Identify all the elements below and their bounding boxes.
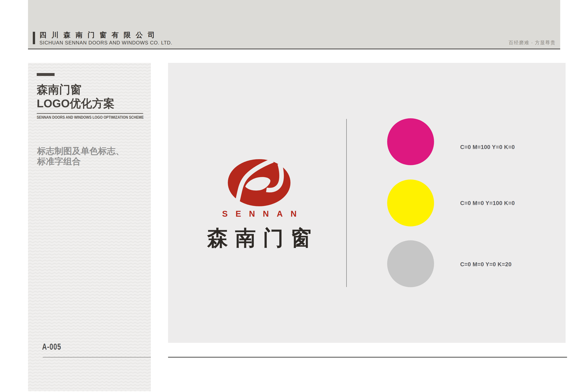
sennan-logo-mark (228, 159, 290, 206)
title-dash (37, 73, 54, 76)
page-code: A-005 (42, 342, 61, 352)
section-heading-line2: 标准字组合 (37, 156, 124, 167)
company-slogan: 百经磨难 · 方显尊贵 (509, 40, 556, 46)
swatch-yellow-label: C=0 M=0 Y=100 K=0 (460, 200, 515, 206)
page-subtitle: SENNAN DOORS AND WINDOWS LOGO OPTIMIZATI… (37, 115, 144, 120)
swatch-gray (387, 240, 434, 287)
title-underline (37, 113, 143, 114)
company-name-en: SICHUAN SENNAN DOORS AND WINDOWS CO. LTD… (39, 40, 172, 46)
bottom-rule (168, 357, 567, 358)
logo-wordmark-en: SENNAN (205, 209, 313, 218)
header-band: 四川森南门窗有限公司 SICHUAN SENNAN DOORS AND WIND… (28, 0, 560, 50)
company-name-cn: 四川森南门窗有限公司 (39, 30, 160, 40)
section-heading-line1: 标志制图及单色标志、 (37, 146, 124, 156)
logo-wordmark-cn: 森南门窗 (199, 224, 320, 252)
header-accent-bar (33, 32, 35, 44)
swatch-yellow (387, 180, 434, 226)
page-title-line1: 森南门窗 (37, 82, 114, 96)
vi-manual-page: 四川森南门窗有限公司 SICHUAN SENNAN DOORS AND WIND… (0, 0, 588, 392)
page-code-underline (43, 357, 151, 358)
main-panel: SENNAN 森南门窗 C=0 M=100 Y=0 K=0 C=0 M=0 Y=… (168, 63, 566, 343)
page-title: 森南门窗 LOGO优化方案 (37, 82, 114, 110)
swatch-gray-label: C=0 M=0 Y=0 K=20 (460, 261, 512, 268)
section-heading: 标志制图及单色标志、 标准字组合 (37, 146, 124, 167)
vertical-divider (346, 119, 347, 287)
page-title-line2: LOGO优化方案 (37, 96, 114, 110)
sidebar: 森南门窗 LOGO优化方案 SENNAN DOORS AND WINDOWS L… (28, 63, 151, 391)
swatch-magenta-label: C=0 M=100 Y=0 K=0 (460, 144, 515, 150)
swatch-magenta (387, 118, 434, 165)
